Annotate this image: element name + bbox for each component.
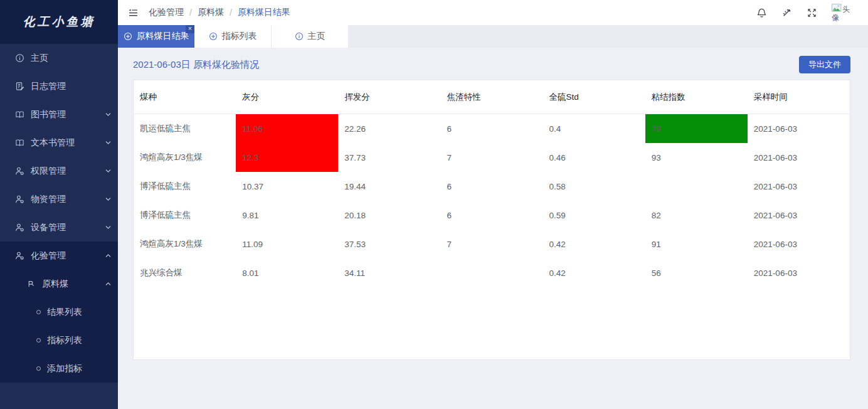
fullscreen-icon[interactable] bbox=[807, 8, 817, 18]
table-cell: 0.42 bbox=[543, 230, 645, 258]
table-cell-highlight-green: 79 bbox=[645, 114, 748, 144]
main-area: 化验管理 / 原料煤 / 原料煤日结果 头像 原料煤日结果×指标列表主页 202… bbox=[118, 0, 868, 409]
table-cell: 8.01 bbox=[236, 258, 338, 287]
wand-icon[interactable] bbox=[781, 8, 792, 18]
chevron-down-icon bbox=[105, 196, 112, 203]
sidebar-item-label: 权限管理 bbox=[31, 166, 66, 177]
export-file-button[interactable]: 导出文件 bbox=[799, 56, 850, 73]
results-table-card: 煤种灰分挥发分焦渣特性全硫Std粘结指数采样时间 凯运低硫主焦11.0622.2… bbox=[133, 80, 850, 360]
table-cell: 2021-06-03 bbox=[748, 201, 850, 230]
breadcrumb-item[interactable]: 原料煤 bbox=[198, 7, 224, 18]
content-header: 2021-06-03日 原料煤化验情况 导出文件 bbox=[133, 55, 850, 74]
bullet-icon bbox=[36, 310, 41, 314]
table-cell: 0.59 bbox=[543, 201, 645, 230]
breadcrumb-item-current[interactable]: 原料煤日结果 bbox=[238, 7, 290, 18]
chevron-up-icon bbox=[105, 252, 112, 259]
tab-close-icon[interactable]: × bbox=[186, 25, 194, 33]
table-cell: 0.4 bbox=[543, 114, 645, 144]
bell-icon[interactable] bbox=[756, 8, 767, 18]
table-cell: 93 bbox=[645, 143, 748, 172]
table-cell: 鸿煊高灰1/3焦煤 bbox=[134, 143, 236, 172]
sidebar-item-添加指标[interactable]: 添加指标 bbox=[0, 354, 118, 383]
sidebar-item-设备管理[interactable]: 设备管理 bbox=[0, 213, 118, 242]
table-cell: 0.46 bbox=[543, 143, 645, 172]
content: 2021-06-03日 原料煤化验情况 导出文件 煤种灰分挥发分焦渣特性全硫St… bbox=[118, 48, 868, 360]
user-gear-icon bbox=[15, 166, 24, 176]
table-cell: 0.42 bbox=[543, 258, 645, 287]
table-cell: 2021-06-03 bbox=[748, 230, 850, 258]
topbar-icons: 头像 bbox=[756, 4, 857, 22]
page-title: 2021-06-03日 原料煤化验情况 bbox=[133, 59, 259, 71]
avatar[interactable]: 头像 bbox=[832, 4, 857, 22]
table-cell: 6 bbox=[440, 114, 542, 144]
table-cell: 82 bbox=[645, 201, 748, 230]
sidebar-item-label: 结果列表 bbox=[47, 307, 82, 318]
column-header: 采样时间 bbox=[748, 80, 850, 114]
bullet-icon bbox=[36, 338, 41, 343]
sidebar-item-化验管理[interactable]: 化验管理 bbox=[0, 242, 118, 270]
table-cell bbox=[440, 258, 542, 287]
sidebar-item-权限管理[interactable]: 权限管理 bbox=[0, 157, 118, 185]
sidebar-item-物资管理[interactable]: 物资管理 bbox=[0, 185, 118, 213]
tab-原料煤日结果[interactable]: 原料煤日结果× bbox=[118, 25, 194, 48]
results-table: 煤种灰分挥发分焦渣特性全硫Std粘结指数采样时间 凯运低硫主焦11.0622.2… bbox=[134, 80, 850, 287]
tab-label: 指标列表 bbox=[222, 31, 257, 42]
user-gear-icon bbox=[15, 194, 24, 204]
sidebar-item-指标列表[interactable]: 指标列表 bbox=[0, 326, 118, 354]
table-cell: 37.53 bbox=[338, 230, 440, 258]
coal-icon bbox=[26, 279, 36, 289]
table-body: 凯运低硫主焦11.0622.2660.4792021-06-03鸿煊高灰1/3焦… bbox=[134, 114, 850, 288]
sidebar-item-label: 指标列表 bbox=[47, 335, 82, 346]
sidebar-item-日志管理[interactable]: 日志管理 bbox=[0, 72, 118, 100]
table-row: 博泽低硫主焦10.3719.4460.582021-06-03 bbox=[134, 172, 850, 201]
sidebar-item-结果列表[interactable]: 结果列表 bbox=[0, 298, 118, 326]
table-cell: 10.37 bbox=[236, 172, 338, 201]
sidebar-item-label: 文本书管理 bbox=[31, 137, 75, 149]
sidebar-item-图书管理[interactable]: 图书管理 bbox=[0, 100, 118, 129]
table-cell: 博泽低硫主焦 bbox=[134, 201, 236, 230]
breadcrumb-separator: / bbox=[230, 8, 232, 18]
table-cell: 2021-06-03 bbox=[748, 258, 850, 287]
sidebar-item-label: 化验管理 bbox=[31, 250, 66, 262]
table-cell: 兆兴综合煤 bbox=[134, 258, 236, 287]
table-cell: 鸿煊高灰1/3焦煤 bbox=[134, 230, 236, 258]
chevron-down-icon bbox=[105, 167, 112, 174]
sidebar-item-主页[interactable]: 主页 bbox=[0, 44, 118, 72]
breadcrumb: 化验管理 / 原料煤 / 原料煤日结果 bbox=[149, 7, 290, 18]
user-gear-icon bbox=[15, 223, 24, 232]
table-row: 博泽低硫主焦9.8120.1860.59822021-06-03 bbox=[134, 201, 850, 230]
sidebar-item-label: 图书管理 bbox=[31, 109, 66, 120]
column-header: 粘结指数 bbox=[645, 80, 748, 114]
table-cell: 2021-06-03 bbox=[748, 172, 850, 201]
sidebar-item-文本书管理[interactable]: 文本书管理 bbox=[0, 129, 118, 157]
log-icon bbox=[15, 82, 24, 91]
sidebar-item-label: 日志管理 bbox=[31, 81, 66, 92]
table-row: 鸿煊高灰1/3焦煤11.0937.5370.42912021-06-03 bbox=[134, 230, 850, 258]
table-cell: 2021-06-03 bbox=[748, 114, 850, 144]
table-cell-highlight-red: 11.06 bbox=[236, 114, 338, 144]
table-cell: 7 bbox=[440, 230, 542, 258]
column-header: 焦渣特性 bbox=[440, 80, 542, 114]
broken-image-icon bbox=[832, 4, 842, 12]
table-cell bbox=[645, 172, 748, 201]
chevron-up-icon bbox=[105, 280, 112, 287]
tab-指标列表[interactable]: 指标列表 bbox=[194, 25, 272, 48]
info-circle-icon bbox=[15, 53, 24, 63]
table-cell: 凯运低硫主焦 bbox=[134, 114, 236, 144]
bullet-icon bbox=[36, 366, 41, 371]
table-cell: 19.44 bbox=[338, 172, 440, 201]
table-cell: 2021-06-03 bbox=[748, 143, 850, 172]
chevron-down-icon bbox=[105, 111, 112, 118]
table-cell: 7 bbox=[440, 143, 542, 172]
sidebar-fold-icon[interactable] bbox=[128, 8, 139, 18]
table-cell: 6 bbox=[440, 172, 542, 201]
table-cell-highlight-red: 12.3 bbox=[236, 143, 338, 172]
book-icon bbox=[15, 110, 24, 119]
table-cell: 56 bbox=[645, 258, 748, 287]
table-row: 兆兴综合煤8.0134.110.42562021-06-03 bbox=[134, 258, 850, 287]
tab-主页[interactable]: 主页 bbox=[272, 25, 349, 48]
sidebar-item-label: 设备管理 bbox=[31, 222, 66, 233]
table-cell: 9.81 bbox=[236, 201, 338, 230]
sidebar-item-原料煤[interactable]: 原料煤 bbox=[0, 270, 118, 298]
breadcrumb-item[interactable]: 化验管理 bbox=[149, 7, 184, 18]
